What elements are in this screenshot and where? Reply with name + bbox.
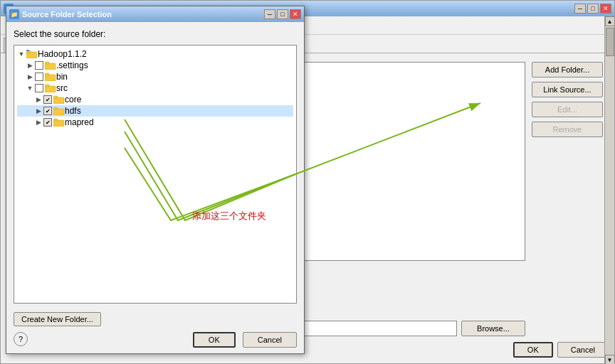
mapred-folder-icon [53, 118, 65, 127]
core-folder-icon [53, 95, 65, 104]
folder-tree[interactable]: ▼ Hadoop1.1.2 ▶ .settings [14, 45, 297, 304]
settings-label: .settings [56, 60, 88, 70]
svg-rect-8 [45, 85, 49, 87]
svg-rect-14 [53, 119, 58, 121]
source-folder-dialog: 📁 Source Folder Selection ─ □ ✕ Select t… [6, 6, 305, 354]
tree-item-bin[interactable]: ▶ bin [17, 71, 293, 82]
bg-cancel-button[interactable]: Cancel [557, 342, 609, 358]
core-expander[interactable]: ▶ [34, 95, 43, 104]
dialog-titlebar: 📁 Source Folder Selection ─ □ ✕ [6, 6, 304, 22]
svg-rect-11 [53, 109, 64, 115]
svg-rect-2 [26, 50, 29, 51]
dialog-title-group: 📁 Source Folder Selection [9, 9, 112, 19]
hadoop-project-icon [26, 50, 38, 58]
bg-bottom-buttons: OK Cancel [513, 342, 609, 358]
scroll-thumb[interactable] [606, 28, 614, 56]
remove-button[interactable]: Remove [532, 122, 603, 137]
svg-rect-3 [45, 63, 56, 70]
bin-folder-icon [45, 73, 56, 81]
scroll-up-arrow[interactable]: ▲ [605, 16, 615, 26]
dialog-help-button[interactable]: ? [14, 332, 28, 346]
dialog-maximize-btn[interactable]: □ [277, 9, 288, 19]
mapred-expander[interactable]: ▶ [34, 118, 43, 127]
svg-rect-0 [26, 52, 37, 58]
tree-item-hdfs[interactable]: ▶ ✔ hdfs [17, 105, 293, 117]
mapred-checkbox[interactable]: ✔ [43, 118, 52, 127]
dialog-cancel-button[interactable]: Cancel [243, 332, 297, 348]
dialog-close-btn[interactable]: ✕ [290, 9, 301, 19]
bin-label: bin [56, 72, 68, 82]
bin-checkbox[interactable] [35, 73, 43, 81]
dialog-minimize-btn[interactable]: ─ [264, 9, 275, 19]
core-label: core [65, 95, 81, 105]
settings-folder-icon [45, 61, 56, 70]
src-label: src [56, 83, 68, 93]
browse-button[interactable]: Browse... [461, 321, 525, 336]
dialog-title-icon: 📁 [9, 9, 19, 19]
svg-rect-6 [45, 73, 49, 75]
hdfs-checkbox[interactable]: ✔ [43, 107, 52, 115]
dialog-bottom-row: Create New Folder... [14, 312, 297, 326]
settings-expander[interactable]: ▶ [26, 61, 34, 70]
bg-close-btn[interactable]: ✕ [600, 4, 611, 14]
hdfs-label: hdfs [65, 106, 81, 116]
svg-rect-4 [45, 62, 49, 64]
svg-rect-10 [53, 96, 58, 98]
mapred-label: mapred [65, 117, 94, 127]
bin-expander[interactable]: ▶ [26, 73, 34, 81]
hdfs-expander[interactable]: ▶ [34, 107, 43, 115]
dialog-ok-button[interactable]: OK [193, 332, 236, 348]
svg-rect-9 [53, 97, 64, 104]
create-folder-button[interactable]: Create New Folder... [14, 312, 101, 326]
edit-button[interactable]: Edit... [532, 102, 603, 117]
tree-item-src[interactable]: ▼ src [17, 82, 293, 94]
bg-titlebar-buttons: ─ □ ✕ [574, 4, 611, 14]
bg-ok-button[interactable]: OK [513, 342, 553, 358]
dialog-ok-row: ? OK Cancel [14, 332, 297, 348]
hadoop-expander[interactable]: ▼ [17, 50, 26, 58]
tree-item-settings[interactable]: ▶ .settings [17, 60, 293, 71]
src-folder-icon [45, 84, 56, 92]
dialog-title-text: Source Folder Selection [22, 10, 112, 18]
bg-scrollbar[interactable]: ▲ ▼ [604, 16, 614, 364]
right-buttons-panel: Add Folder... Link Source... Edit... Rem… [532, 62, 603, 137]
tree-item-mapred[interactable]: ▶ ✔ mapred [17, 117, 293, 128]
tree-item-hadoop[interactable]: ▼ Hadoop1.1.2 [17, 48, 293, 60]
settings-checkbox[interactable] [35, 61, 43, 70]
svg-rect-13 [53, 120, 64, 127]
hadoop-label: Hadoop1.1.2 [38, 49, 87, 59]
src-checkbox[interactable] [35, 84, 43, 92]
tree-item-core[interactable]: ▶ ✔ core [17, 94, 293, 105]
dialog-instruction: Select the source folder: [14, 29, 297, 39]
scroll-down-arrow[interactable]: ▼ [605, 355, 615, 364]
hdfs-folder-icon [53, 107, 65, 115]
bg-maximize-btn[interactable]: □ [587, 4, 599, 14]
dialog-title-buttons: ─ □ ✕ [264, 9, 301, 19]
svg-rect-5 [45, 75, 56, 81]
svg-rect-12 [53, 107, 58, 109]
add-folder-button[interactable]: Add Folder... [532, 62, 603, 77]
svg-rect-7 [45, 86, 56, 92]
bg-minimize-btn[interactable]: ─ [574, 4, 586, 14]
core-checkbox[interactable]: ✔ [43, 95, 52, 104]
link-source-button[interactable]: Link Source... [532, 82, 603, 97]
src-expander[interactable]: ▼ [26, 84, 34, 92]
dialog-body: Select the source folder: ▼ Hadoop1.1.2 … [6, 22, 304, 355]
